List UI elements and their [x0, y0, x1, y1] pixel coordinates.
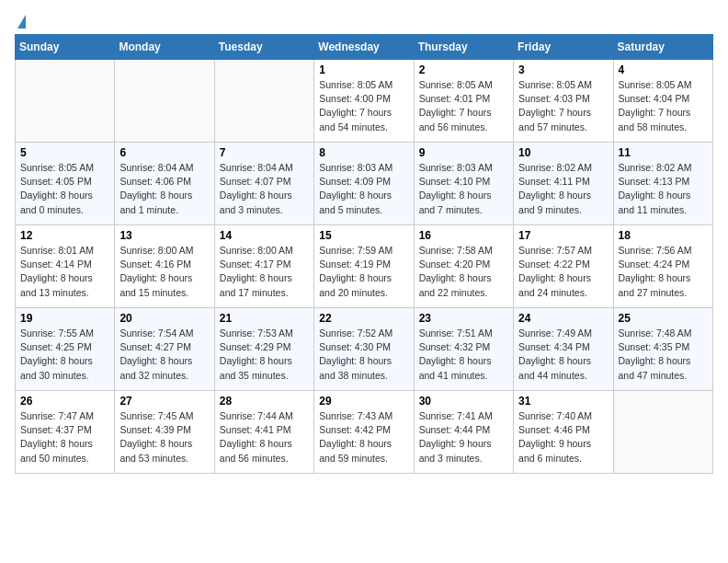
day-info: Sunrise: 8:05 AMSunset: 4:03 PMDaylight:…: [518, 78, 608, 134]
day-info: Sunrise: 7:53 AMSunset: 4:29 PMDaylight:…: [220, 327, 309, 383]
calendar-cell: 16Sunrise: 7:58 AMSunset: 4:20 PMDayligh…: [414, 225, 513, 308]
calendar-cell: [16, 60, 115, 143]
calendar-cell: 22Sunrise: 7:52 AMSunset: 4:30 PMDayligh…: [314, 308, 414, 391]
day-info: Sunrise: 8:04 AMSunset: 4:06 PMDaylight:…: [119, 161, 209, 217]
calendar-header-row: SundayMondayTuesdayWednesdayThursdayFrid…: [16, 35, 713, 60]
day-number: 28: [220, 395, 309, 408]
day-number: 30: [419, 395, 508, 408]
day-number: 21: [220, 312, 309, 325]
calendar-week-row: 26Sunrise: 7:47 AMSunset: 4:37 PMDayligh…: [16, 391, 713, 474]
day-number: 3: [518, 63, 608, 76]
day-info: Sunrise: 7:41 AMSunset: 4:44 PMDaylight:…: [419, 409, 508, 465]
day-header-friday: Friday: [514, 35, 613, 60]
calendar-cell: 30Sunrise: 7:41 AMSunset: 4:44 PMDayligh…: [414, 391, 513, 474]
calendar-cell: 20Sunrise: 7:54 AMSunset: 4:27 PMDayligh…: [115, 308, 214, 391]
day-number: 22: [319, 312, 408, 325]
day-info: Sunrise: 8:05 AMSunset: 4:05 PMDaylight:…: [20, 161, 109, 217]
day-number: 16: [419, 229, 508, 242]
day-number: 27: [119, 395, 209, 408]
day-number: 8: [319, 146, 408, 159]
day-number: 24: [518, 312, 608, 325]
calendar-week-row: 12Sunrise: 8:01 AMSunset: 4:14 PMDayligh…: [16, 225, 713, 308]
day-header-thursday: Thursday: [414, 35, 513, 60]
day-info: Sunrise: 7:58 AMSunset: 4:20 PMDaylight:…: [419, 244, 508, 300]
calendar-cell: 1Sunrise: 8:05 AMSunset: 4:00 PMDaylight…: [314, 60, 414, 143]
day-number: 25: [619, 312, 708, 325]
day-info: Sunrise: 7:56 AMSunset: 4:24 PMDaylight:…: [619, 244, 708, 300]
calendar-cell: 12Sunrise: 8:01 AMSunset: 4:14 PMDayligh…: [16, 225, 115, 308]
calendar-cell: 2Sunrise: 8:05 AMSunset: 4:01 PMDaylight…: [414, 60, 513, 143]
day-number: 19: [20, 312, 109, 325]
calendar-cell: 27Sunrise: 7:45 AMSunset: 4:39 PMDayligh…: [115, 391, 214, 474]
calendar-cell: 19Sunrise: 7:55 AMSunset: 4:25 PMDayligh…: [16, 308, 115, 391]
calendar-table: SundayMondayTuesdayWednesdayThursdayFrid…: [15, 34, 713, 474]
day-info: Sunrise: 7:54 AMSunset: 4:27 PMDaylight:…: [119, 327, 209, 383]
day-number: 29: [319, 395, 408, 408]
day-header-saturday: Saturday: [613, 35, 712, 60]
day-number: 6: [119, 146, 209, 159]
calendar-cell: [115, 60, 214, 143]
day-info: Sunrise: 8:01 AMSunset: 4:14 PMDaylight:…: [20, 244, 109, 300]
calendar-cell: 6Sunrise: 8:04 AMSunset: 4:06 PMDaylight…: [115, 143, 214, 225]
calendar-cell: 21Sunrise: 7:53 AMSunset: 4:29 PMDayligh…: [214, 308, 313, 391]
calendar-cell: [613, 391, 712, 474]
calendar-cell: 25Sunrise: 7:48 AMSunset: 4:35 PMDayligh…: [613, 308, 712, 391]
day-number: 15: [319, 229, 408, 242]
calendar-cell: 29Sunrise: 7:43 AMSunset: 4:42 PMDayligh…: [314, 391, 414, 474]
calendar-cell: 11Sunrise: 8:02 AMSunset: 4:13 PMDayligh…: [613, 143, 712, 225]
calendar-cell: 17Sunrise: 7:57 AMSunset: 4:22 PMDayligh…: [514, 225, 613, 308]
day-number: 4: [619, 63, 708, 76]
day-info: Sunrise: 8:00 AMSunset: 4:17 PMDaylight:…: [220, 244, 309, 300]
day-info: Sunrise: 8:00 AMSunset: 4:16 PMDaylight:…: [119, 244, 209, 300]
day-info: Sunrise: 7:47 AMSunset: 4:37 PMDaylight:…: [20, 409, 109, 465]
calendar-cell: 8Sunrise: 8:03 AMSunset: 4:09 PMDaylight…: [314, 143, 414, 225]
day-number: 13: [119, 229, 209, 242]
day-info: Sunrise: 8:05 AMSunset: 4:04 PMDaylight:…: [619, 78, 708, 134]
calendar-cell: 28Sunrise: 7:44 AMSunset: 4:41 PMDayligh…: [214, 391, 313, 474]
calendar-cell: 18Sunrise: 7:56 AMSunset: 4:24 PMDayligh…: [613, 225, 712, 308]
calendar-cell: 24Sunrise: 7:49 AMSunset: 4:34 PMDayligh…: [514, 308, 613, 391]
day-info: Sunrise: 7:55 AMSunset: 4:25 PMDaylight:…: [20, 327, 109, 383]
header: [15, 15, 713, 27]
day-header-tuesday: Tuesday: [214, 35, 313, 60]
calendar-cell: 14Sunrise: 8:00 AMSunset: 4:17 PMDayligh…: [214, 225, 313, 308]
day-info: Sunrise: 7:57 AMSunset: 4:22 PMDaylight:…: [518, 244, 608, 300]
day-info: Sunrise: 8:05 AMSunset: 4:00 PMDaylight:…: [319, 78, 408, 134]
day-number: 26: [20, 395, 109, 408]
day-info: Sunrise: 7:52 AMSunset: 4:30 PMDaylight:…: [319, 327, 408, 383]
day-number: 31: [518, 395, 608, 408]
calendar-cell: 9Sunrise: 8:03 AMSunset: 4:10 PMDaylight…: [414, 143, 513, 225]
day-info: Sunrise: 7:49 AMSunset: 4:34 PMDaylight:…: [518, 327, 608, 383]
day-header-monday: Monday: [115, 35, 214, 60]
day-number: 9: [419, 146, 508, 159]
day-info: Sunrise: 8:03 AMSunset: 4:09 PMDaylight:…: [319, 161, 408, 217]
day-info: Sunrise: 8:02 AMSunset: 4:13 PMDaylight:…: [619, 161, 708, 217]
day-number: 18: [619, 229, 708, 242]
day-info: Sunrise: 7:51 AMSunset: 4:32 PMDaylight:…: [419, 327, 508, 383]
day-info: Sunrise: 8:02 AMSunset: 4:11 PMDaylight:…: [518, 161, 608, 217]
day-number: 5: [20, 146, 109, 159]
day-info: Sunrise: 7:40 AMSunset: 4:46 PMDaylight:…: [518, 409, 608, 465]
calendar-cell: 10Sunrise: 8:02 AMSunset: 4:11 PMDayligh…: [514, 143, 613, 225]
calendar-cell: 13Sunrise: 8:00 AMSunset: 4:16 PMDayligh…: [115, 225, 214, 308]
day-number: 12: [20, 229, 109, 242]
day-number: 11: [619, 146, 708, 159]
logo: [15, 15, 26, 27]
calendar-week-row: 1Sunrise: 8:05 AMSunset: 4:00 PMDaylight…: [16, 60, 713, 143]
calendar-cell: 7Sunrise: 8:04 AMSunset: 4:07 PMDaylight…: [214, 143, 313, 225]
day-number: 20: [119, 312, 209, 325]
calendar-cell: 23Sunrise: 7:51 AMSunset: 4:32 PMDayligh…: [414, 308, 513, 391]
logo-arrow-icon: [17, 15, 26, 29]
calendar-cell: 26Sunrise: 7:47 AMSunset: 4:37 PMDayligh…: [16, 391, 115, 474]
calendar-cell: 15Sunrise: 7:59 AMSunset: 4:19 PMDayligh…: [314, 225, 414, 308]
day-number: 2: [419, 63, 508, 76]
day-info: Sunrise: 8:03 AMSunset: 4:10 PMDaylight:…: [419, 161, 508, 217]
calendar-cell: 5Sunrise: 8:05 AMSunset: 4:05 PMDaylight…: [16, 143, 115, 225]
calendar-cell: 4Sunrise: 8:05 AMSunset: 4:04 PMDaylight…: [613, 60, 712, 143]
calendar-week-row: 5Sunrise: 8:05 AMSunset: 4:05 PMDaylight…: [16, 143, 713, 225]
day-info: Sunrise: 7:59 AMSunset: 4:19 PMDaylight:…: [319, 244, 408, 300]
day-number: 7: [220, 146, 309, 159]
day-header-sunday: Sunday: [16, 35, 115, 60]
day-header-wednesday: Wednesday: [314, 35, 414, 60]
day-info: Sunrise: 7:48 AMSunset: 4:35 PMDaylight:…: [619, 327, 708, 383]
